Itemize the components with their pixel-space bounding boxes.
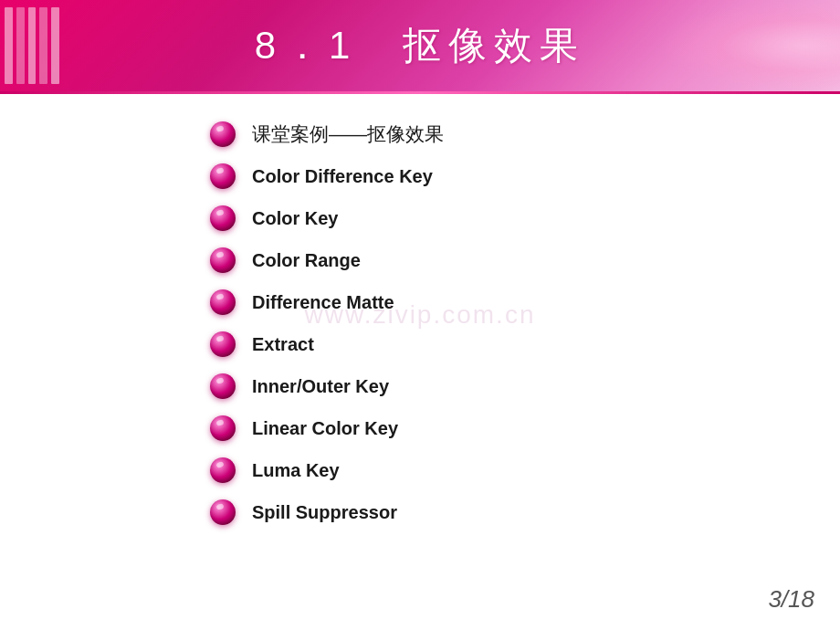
bullet-icon-4 [210, 247, 236, 273]
list-item: Extract [210, 331, 840, 357]
list-item: Color Key [210, 205, 840, 231]
stripe-4 [39, 7, 47, 84]
list-item-text-5: Difference Matte [252, 292, 394, 313]
list-item-text-7: Inner/Outer Key [252, 376, 389, 397]
list-item-text-1: 课堂案例——抠像效果 [252, 121, 444, 147]
page-number: 3/18 [768, 585, 814, 614]
header-decoration [657, 0, 840, 91]
bullet-icon-1 [210, 121, 236, 147]
list-item: Linear Color Key [210, 415, 840, 441]
bullet-icon-3 [210, 205, 236, 231]
list-item-text-3: Color Key [252, 208, 338, 229]
list-item: Difference Matte [210, 289, 840, 315]
bullet-icon-2 [210, 163, 236, 189]
stripe-3 [28, 7, 37, 84]
bullet-icon-10 [210, 499, 236, 525]
stripe-2 [16, 7, 25, 84]
list-item-text-9: Luma Key [252, 460, 340, 481]
bullet-icon-8 [210, 415, 236, 441]
stripe-5 [51, 7, 59, 84]
list-item-text-2: Color Difference Key [252, 166, 433, 187]
list-item: Color Difference Key [210, 163, 840, 189]
bullet-icon-6 [210, 331, 236, 357]
header-stripes [0, 0, 64, 91]
list-item-text-10: Spill Suppressor [252, 502, 397, 523]
bullet-icon-9 [210, 457, 236, 483]
page-title: 8．1 抠像效果 [255, 20, 586, 71]
list-item-text-4: Color Range [252, 250, 361, 271]
main-content: 课堂案例——抠像效果 Color Difference Key Color Ke… [0, 94, 840, 525]
stripe-1 [5, 7, 13, 84]
header: 8．1 抠像效果 [0, 0, 840, 91]
list-item: Color Range [210, 247, 840, 273]
bullet-icon-5 [210, 289, 236, 315]
list-item: Luma Key [210, 457, 840, 483]
list-item-text-6: Extract [252, 334, 314, 355]
bullet-icon-7 [210, 373, 236, 399]
list-item: 课堂案例——抠像效果 [210, 121, 840, 147]
list-item-text-8: Linear Color Key [252, 418, 398, 439]
list-item: Inner/Outer Key [210, 373, 840, 399]
list-item: Spill Suppressor [210, 499, 840, 525]
